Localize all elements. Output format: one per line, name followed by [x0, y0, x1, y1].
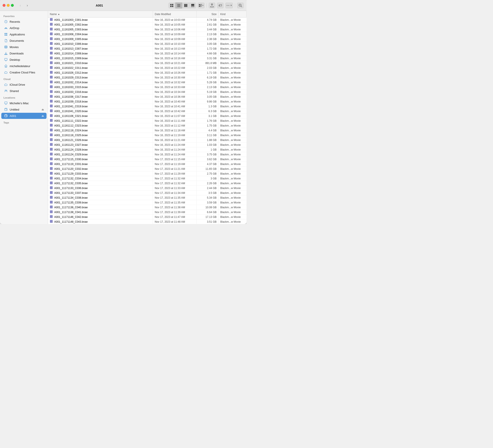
view-list-button[interactable] [175, 2, 182, 9]
table-row[interactable]: A001_11161021_C010.braw Nov 16, 2023 at … [48, 61, 246, 66]
table-row[interactable]: A001_11161041_C020.braw Nov 16, 2023 at … [48, 109, 246, 114]
sidebar-item-applications[interactable]: Applications [1, 31, 46, 37]
table-row[interactable]: A001_11161112_C023.braw Nov 16, 2023 at … [48, 123, 246, 128]
group-by-button[interactable]: ▾ [198, 2, 205, 9]
maximize-button[interactable] [11, 4, 14, 7]
table-row[interactable]: A001_11161041_C019.braw Nov 16, 2023 at … [48, 104, 246, 109]
table-row[interactable]: A001_11161008_C004.braw Nov 16, 2023 at … [48, 32, 246, 37]
sidebar-item-label: AirDrop [10, 26, 44, 30]
view-icons-button[interactable] [168, 2, 175, 9]
table-row[interactable]: A001_11171136_C040.braw Nov 17, 2023 at … [48, 205, 246, 210]
table-row[interactable]: A001_11161123_C027.braw Nov 16, 2023 at … [48, 143, 246, 147]
table-row[interactable]: A001_11171115_C030.braw Nov 17, 2023 at … [48, 157, 246, 162]
column-header-size[interactable]: Size [197, 11, 219, 17]
table-row[interactable]: A001_11161036_C017.braw Nov 16, 2023 at … [48, 94, 246, 99]
table-row[interactable]: A001_11161013_C007.braw Nov 16, 2023 at … [48, 46, 246, 51]
table-row[interactable]: A001_11171135_C039.braw Nov 17, 2023 at … [48, 200, 246, 205]
table-row[interactable]: A001_11171133_C036.braw Nov 17, 2023 at … [48, 186, 246, 190]
sidebar-item-label: A001 [10, 114, 40, 118]
table-row[interactable]: A001_11161111_C022.braw Nov 16, 2023 at … [48, 118, 246, 123]
sidebar-item-icloud-drive[interactable]: iCloud Drive [1, 81, 46, 88]
file-modified-cell: Nov 16, 2023 at 10:03 AM [153, 17, 197, 22]
file-icon-braw [50, 37, 53, 41]
table-row[interactable]: A001_11161121_C026.braw Nov 16, 2023 at … [48, 138, 246, 143]
column-header-modified[interactable]: Date Modified [153, 11, 197, 17]
file-icon-braw [50, 76, 53, 79]
table-row[interactable]: A001_11161106_C021.braw Nov 16, 2023 at … [48, 114, 246, 118]
sidebar-item-michelledelateur[interactable]: michelledelateur [1, 63, 46, 69]
table-row[interactable]: A001_11161033_C015.braw Nov 16, 2023 at … [48, 85, 246, 90]
sidebar-item-recents[interactable]: Recents [1, 19, 46, 25]
file-list-container: Name ▲ Date Modified Size Kind [48, 11, 246, 224]
table-row[interactable]: A001_11171146_C042.braw Nov 17, 2023 at … [48, 215, 246, 219]
file-size-cell: 3 GB [197, 176, 219, 181]
table-row[interactable]: A001_11161026_C012.braw Nov 16, 2023 at … [48, 70, 246, 75]
svg-rect-10 [191, 4, 194, 6]
sidebar-item-desktop[interactable]: Desktop [1, 56, 46, 63]
table-row[interactable]: A001_11161032_C014.braw Nov 16, 2023 at … [48, 80, 246, 85]
sidebar-item-downloads[interactable]: Downloads [1, 50, 46, 56]
table-row[interactable]: A001_11171132_C034.braw Nov 17, 2023 at … [48, 176, 246, 181]
table-row[interactable]: A001_11161039_C018.braw Nov 16, 2023 at … [48, 99, 246, 104]
back-button[interactable]: ‹ [17, 3, 23, 8]
close-button[interactable] [3, 4, 5, 7]
tag-button[interactable]: 🏷 [217, 2, 224, 9]
sidebar-item-michelles-imac[interactable]: Michelle's iMac [1, 100, 46, 106]
file-icon-braw [50, 186, 53, 190]
file-name: A001_11161118_C025.braw [54, 134, 88, 137]
share-button[interactable] [209, 2, 215, 9]
sidebar-item-documents[interactable]: Documents [1, 38, 46, 44]
table-row[interactable]: A001_11171148_C043.braw Nov 17, 2023 at … [48, 219, 246, 224]
table-row[interactable]: A001_11161009_C005.braw Nov 16, 2023 at … [48, 37, 246, 42]
table-row[interactable]: A001_11161015_C009.braw Nov 16, 2023 at … [48, 56, 246, 61]
file-icon-braw [50, 124, 53, 127]
forward-button[interactable]: › [24, 3, 30, 8]
view-columns-button[interactable] [182, 2, 189, 9]
file-modified-cell: Nov 16, 2023 at 10:16 AM [153, 56, 197, 61]
table-row[interactable]: A001_11171132_C035.braw Nov 17, 2023 at … [48, 181, 246, 186]
minimize-button[interactable] [7, 4, 10, 7]
file-name: A001_11161008_C004.braw [54, 33, 88, 36]
file-icon-braw [50, 167, 53, 171]
eject-icon[interactable]: ⏏ [42, 108, 44, 111]
file-name-cell: A001_11171129_C033.braw [48, 171, 153, 176]
more-button[interactable]: ···▾ [225, 2, 233, 9]
eject-icon[interactable]: ⏏ [42, 114, 44, 117]
file-icon-braw [50, 177, 53, 180]
search-button[interactable] [237, 2, 244, 9]
table-row[interactable]: A001_11161005_C002.braw Nov 16, 2023 at … [48, 22, 246, 27]
table-row[interactable]: A001_11171133_C037.braw Nov 17, 2023 at … [48, 190, 246, 195]
table-row[interactable]: A001_11161118_C025.braw Nov 16, 2023 at … [48, 133, 246, 138]
sidebar-item-shared[interactable]: Shared [1, 88, 46, 94]
table-row[interactable]: A001_11171138_C041.braw Nov 17, 2023 at … [48, 210, 246, 215]
file-kind-cell: Blackm...w Movie [219, 109, 246, 113]
sidebar-item-creative-cloud[interactable]: Creative Cloud Files [1, 69, 46, 75]
file-name: A001_11161036_C017.braw [54, 95, 88, 98]
table-row[interactable]: A001_11171129_C033.braw Nov 17, 2023 at … [48, 171, 246, 176]
table-row[interactable]: A001_11161118_C024.braw Nov 16, 2023 at … [48, 128, 246, 133]
sidebar-item-airdrop[interactable]: AirDrop [1, 25, 46, 31]
column-header-kind[interactable]: Kind [219, 11, 246, 17]
table-row[interactable]: A001_11161124_C029.braw Nov 16, 2023 at … [48, 152, 246, 157]
column-header-name[interactable]: Name ▲ [48, 11, 153, 17]
table-row[interactable]: A001_11161010_C006.braw Nov 16, 2023 at … [48, 42, 246, 46]
table-row[interactable]: A001_11171119_C031.braw Nov 17, 2023 at … [48, 162, 246, 167]
table-row[interactable]: A001_11161014_C008.braw Nov 16, 2023 at … [48, 51, 246, 56]
file-name-cell: A001_11161029_C013.braw [48, 75, 153, 80]
file-modified-cell: Nov 16, 2023 at 11:18 AM [153, 128, 197, 133]
view-gallery-button[interactable] [189, 2, 196, 9]
table-row[interactable]: A001_11161003_C001.braw Nov 16, 2023 at … [48, 17, 246, 22]
table-row[interactable]: A001_11161022_C011.braw Nov 16, 2023 at … [48, 66, 246, 70]
nav-buttons: ‹ › [17, 3, 30, 8]
table-row[interactable]: A001_11161124_C028.braw Nov 16, 2023 at … [48, 147, 246, 152]
file-modified-cell: Nov 16, 2023 at 10:14 AM [153, 51, 197, 56]
file-size-cell: 3.11 GB [197, 133, 219, 137]
table-row[interactable]: A001_11161005_C003.braw Nov 16, 2023 at … [48, 27, 246, 32]
sidebar-item-a001[interactable]: A001 ⏏ [1, 113, 46, 119]
sidebar-item-untitled[interactable]: Untitled ⏏ [1, 106, 46, 112]
table-row[interactable]: A001_11171134_C038.braw Nov 17, 2023 at … [48, 195, 246, 200]
sidebar-item-movies[interactable]: Movies [1, 44, 46, 50]
table-row[interactable]: A001_11161033_C016.braw Nov 16, 2023 at … [48, 90, 246, 94]
table-row[interactable]: A001_11171120_C032.braw Nov 17, 2023 at … [48, 167, 246, 171]
table-row[interactable]: A001_11161029_C013.braw Nov 16, 2023 at … [48, 75, 246, 80]
